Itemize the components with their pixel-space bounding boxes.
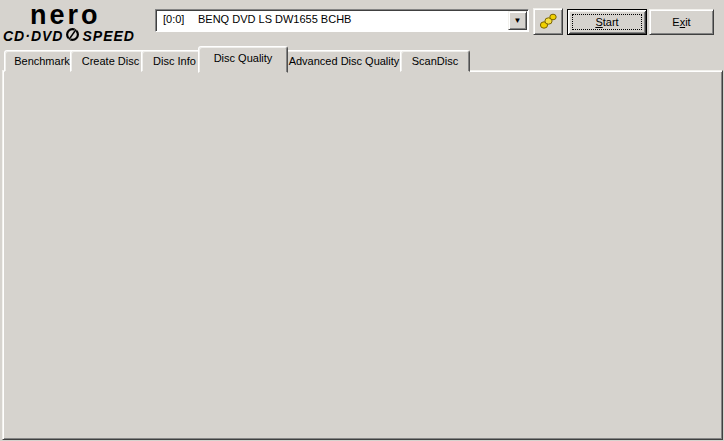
tab-advanced-disc-quality[interactable]: Advanced Disc Quality — [278, 50, 410, 72]
start-button[interactable]: Start — [567, 9, 647, 35]
cd-dvd-speed-logo: CD·DVD SPEED — [3, 27, 135, 45]
exit-button[interactable]: Exit — [649, 9, 714, 35]
drive-name-label: BENQ DVD LS DW1655 BCHB — [198, 13, 351, 25]
logo-speed-text: SPEED — [82, 28, 134, 44]
disc-quality-page — [2, 70, 723, 440]
eject-tool-button[interactable] — [533, 8, 563, 35]
chevron-down-icon: ▼ — [514, 16, 522, 25]
tab-benchmark[interactable]: Benchmark — [4, 50, 80, 72]
app-window: nero CD·DVD SPEED [0:0] BENQ DVD LS DW16… — [0, 0, 724, 441]
disc-logo-icon — [65, 27, 80, 45]
drive-select[interactable]: [0:0] BENQ DVD LS DW1655 BCHB ▼ — [155, 9, 529, 32]
drive-bus-label: [0:0] — [163, 13, 184, 25]
exit-button-label: Exit — [672, 16, 690, 28]
drive-select-dropdown-button[interactable]: ▼ — [508, 11, 527, 30]
hand-icon — [538, 12, 558, 32]
tab-scandisc[interactable]: ScanDisc — [400, 50, 470, 72]
logo-cd-dvd-text: CD·DVD — [3, 28, 63, 44]
tab-create-disc[interactable]: Create Disc — [70, 50, 151, 72]
tab-disc-quality[interactable]: Disc Quality — [198, 46, 288, 73]
start-button-label: Start — [595, 16, 618, 28]
